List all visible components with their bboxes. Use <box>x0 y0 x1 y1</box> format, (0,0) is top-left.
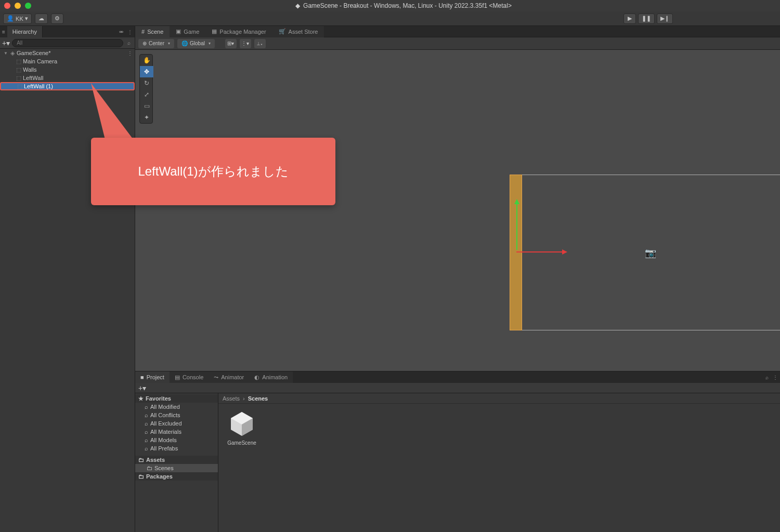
tab-animator[interactable]: ⤳Animator <box>209 371 249 383</box>
hierarchy-tab-label: Hierarchy <box>12 29 37 35</box>
favorite-all-conflicts[interactable]: ⌕All Conflicts <box>135 411 218 419</box>
hierarchy-item-label: LeftWall (1) <box>24 83 53 89</box>
tab-project[interactable]: ■Project <box>135 371 170 383</box>
pivot-icon: ⊕ <box>142 41 147 46</box>
scene-view[interactable]: ✋ ✥ ↻ ⤢ ▭ ✦ 📷 <box>135 50 780 371</box>
folder-icon: 🗀 <box>138 473 144 480</box>
star-icon: ★ <box>138 395 144 402</box>
favorite-label: All Modified <box>150 404 180 410</box>
row-menu-icon[interactable]: ⋮ <box>125 50 135 56</box>
center-area: #Scene ▣Game ▦Package Manager 🛒Asset Sto… <box>135 26 780 532</box>
hierarchy-item-main-camera[interactable]: ⬚ Main Camera <box>0 57 135 65</box>
store-icon: 🛒 <box>279 28 286 35</box>
favorite-label: All Excluded <box>150 420 182 427</box>
hierarchy-search-input[interactable] <box>12 39 123 47</box>
package-icon: ▦ <box>212 28 217 35</box>
folder-scenes[interactable]: 🗀Scenes <box>135 464 218 472</box>
camera-gizmo-icon[interactable]: 📷 <box>645 247 656 259</box>
unity-scene-asset-icon <box>228 409 256 437</box>
packages-header[interactable]: 🗀Packages <box>135 472 218 481</box>
favorites-header[interactable]: ★Favorites <box>135 394 218 403</box>
hierarchy-item-label: Main Camera <box>23 58 57 64</box>
favorite-all-modified[interactable]: ⌕All Modified <box>135 403 218 411</box>
breadcrumb-root[interactable]: Assets <box>223 395 240 402</box>
snap-increment-button[interactable]: ⋮▾ <box>240 39 251 48</box>
play-controls: ▶ ❚❚ ▶❙ <box>623 14 673 24</box>
bottom-panel-tabs: ■Project ▤Console ⤳Animator ◐Animation ⌕… <box>135 371 780 383</box>
scene-view-tabs: #Scene ▣Game ▦Package Manager 🛒Asset Sto… <box>135 26 780 37</box>
tab-label: Animation <box>262 374 288 380</box>
project-content: Assets › Scenes GameScene <box>218 393 780 532</box>
close-window-button[interactable] <box>4 3 10 9</box>
pause-button[interactable]: ❚❚ <box>638 14 655 24</box>
scene-root-row[interactable]: ▼ ◈ GameScene* ⋮ <box>0 49 135 57</box>
packages-label: Packages <box>146 473 173 480</box>
maximize-window-button[interactable] <box>25 3 31 9</box>
svg-marker-3 <box>91 83 138 145</box>
gameobject-icon: ⬚ <box>16 75 22 81</box>
scene-toolbar: ⊕Center 🌐Global ⊞▾ ⋮▾ ⟂▾ <box>135 37 780 50</box>
folder-label: Scenes <box>154 465 174 471</box>
favorite-all-materials[interactable]: ⌕All Materials <box>135 428 218 436</box>
project-menu-icon[interactable]: ⋮ <box>771 375 780 380</box>
tab-animation[interactable]: ◐Animation <box>249 371 293 383</box>
window-title-text: GameScene - Breakout - Windows, Mac, Lin… <box>303 2 512 9</box>
window-controls <box>4 3 31 9</box>
tab-scene[interactable]: #Scene <box>135 26 170 37</box>
hierarchy-tab[interactable]: Hierarchy <box>7 26 43 37</box>
favorite-all-excluded[interactable]: ⌕All Excluded <box>135 419 218 428</box>
project-add-button[interactable]: +▾ <box>138 384 146 392</box>
tab-game[interactable]: ▣Game <box>170 26 205 37</box>
tab-label: Project <box>147 374 164 380</box>
unity-logo-icon: ◆ <box>295 2 300 9</box>
gameobject-icon: ⬚ <box>16 58 22 64</box>
tab-asset-store[interactable]: 🛒Asset Store <box>272 26 324 37</box>
favorites-label: Favorites <box>146 395 171 402</box>
space-mode-dropdown[interactable]: 🌐Global <box>177 39 215 48</box>
gameobject-icon: ⬚ <box>16 66 22 73</box>
search-icon: ⌕ <box>145 429 148 435</box>
grid-snap-button[interactable]: ⊞▾ <box>225 39 237 48</box>
project-search-icon[interactable]: ⌕ <box>763 375 771 380</box>
minimize-window-button[interactable] <box>15 3 21 9</box>
main-toolbar: 👤 KK ▾ ☁ ⚙ ▶ ❚❚ ▶❙ <box>0 11 780 26</box>
breadcrumb-current[interactable]: Scenes <box>248 395 268 402</box>
settings-button[interactable]: ⚙ <box>51 14 63 24</box>
step-button[interactable]: ▶❙ <box>657 14 673 24</box>
folder-icon: 🗀 <box>138 457 144 463</box>
panel-lock-icon[interactable]: ⚮ <box>117 29 125 35</box>
play-button[interactable]: ▶ <box>623 14 636 24</box>
panel-menu-icon[interactable]: ⋮ <box>125 29 135 35</box>
gizmo-toggle-button[interactable]: ⟂▾ <box>254 39 266 48</box>
favorite-all-prefabs[interactable]: ⌕All Prefabs <box>135 444 218 453</box>
tab-console[interactable]: ▤Console <box>170 371 209 383</box>
leftwall-object[interactable] <box>510 175 522 330</box>
tab-package-manager[interactable]: ▦Package Manager <box>205 26 272 37</box>
project-tree: ★Favorites ⌕All Modified ⌕All Conflicts … <box>135 393 218 532</box>
pivot-mode-dropdown[interactable]: ⊕Center <box>138 39 174 48</box>
game-icon: ▣ <box>176 28 181 35</box>
account-label: KK <box>16 16 23 22</box>
hierarchy-filter-icon[interactable]: ⌕ <box>125 40 133 46</box>
unity-scene-icon: ◈ <box>9 50 16 56</box>
hand-tool[interactable]: ✋ <box>140 55 153 66</box>
assets-label: Assets <box>146 457 165 463</box>
asset-gamescene[interactable]: GameScene <box>224 409 260 446</box>
assets-header[interactable]: 🗀Assets <box>135 456 218 464</box>
search-icon: ⌕ <box>145 420 148 427</box>
gizmo-x-axis[interactable] <box>516 251 563 252</box>
title-bar: ◆ GameScene - Breakout - Windows, Mac, L… <box>0 0 780 11</box>
gizmo-y-axis[interactable] <box>516 203 517 250</box>
console-icon: ▤ <box>175 374 180 381</box>
cloud-button[interactable]: ☁ <box>35 14 48 24</box>
globe-icon: 🌐 <box>181 41 188 46</box>
add-button[interactable]: +▾ <box>2 39 10 47</box>
account-button[interactable]: 👤 KK ▾ <box>3 14 32 24</box>
animation-icon: ◐ <box>254 374 259 381</box>
asset-grid: GameScene <box>218 404 780 532</box>
annotation-callout: LeftWall(1)が作られました <box>91 138 335 205</box>
favorite-all-models[interactable]: ⌕All Models <box>135 436 218 444</box>
hierarchy-icon: ≡ <box>0 29 7 35</box>
expand-arrow-icon[interactable]: ▼ <box>3 51 8 56</box>
annotation-text: LeftWall(1)が作られました <box>138 163 288 180</box>
